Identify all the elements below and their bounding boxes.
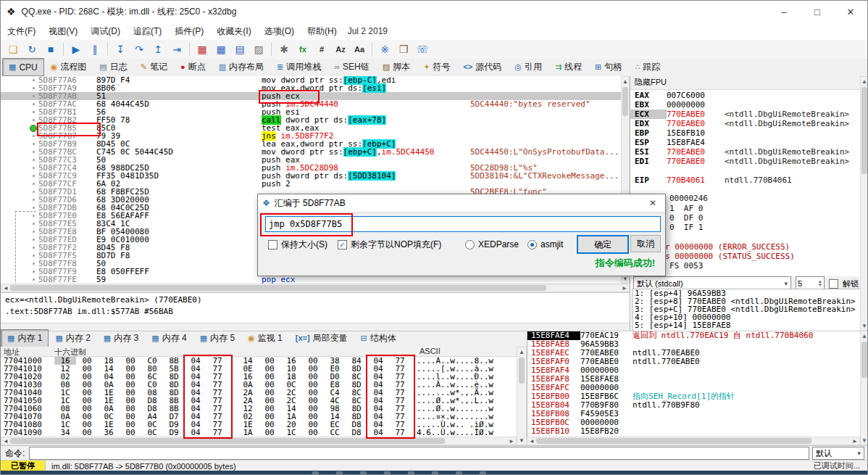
disasm-row[interactable]: 5D8F77BCC745 0C 5044C45Dmov dword ptr ss… (1, 148, 621, 156)
tab-流程图[interactable]: ◉流程图 (44, 58, 93, 76)
dump-byte[interactable]: D9 (163, 429, 185, 437)
register-row[interactable]: EBX00000000 (630, 100, 861, 110)
maximize-button[interactable]: □ (801, 1, 834, 22)
register-row[interactable]: EAX007C6000 (630, 91, 861, 100)
dump-byte[interactable]: 00 (302, 429, 324, 437)
stack-row[interactable]: 15E8FAF0770EABE0ntdll.770EABE0 (527, 358, 861, 366)
dump-byte[interactable]: CC (324, 429, 346, 437)
stack-row[interactable]: 15E8FB0C00000000 (527, 418, 861, 427)
register-row[interactable]: EBP15E8FB10 (630, 128, 861, 138)
scroll-down-icon[interactable]: ▼ (517, 436, 526, 445)
xedparse-radio[interactable] (465, 240, 475, 249)
scroll-right-icon[interactable]: ► (620, 284, 629, 292)
stack-horizontal-scrollbar[interactable]: ◄ ► (527, 437, 860, 445)
stack-row[interactable]: 15E8FAFC00000000 (527, 384, 861, 392)
run-icon[interactable]: ▶ (67, 41, 85, 58)
scroll-thumb[interactable] (861, 342, 867, 378)
scroll-up-icon[interactable]: ▲ (517, 347, 526, 356)
scroll-left-icon[interactable]: ◄ (1, 437, 10, 445)
scroll-thumb[interactable] (622, 87, 628, 116)
scroll-thumb[interactable] (536, 438, 811, 444)
tab-句柄[interactable]: ⊞句柄 (588, 58, 628, 76)
scroll-right-icon[interactable]: ► (851, 437, 859, 445)
tab-跟踪[interactable]: ∴跟踪 (628, 58, 667, 76)
bottom-tab-内存 5[interactable]: ▦内存 5 (193, 329, 241, 347)
dump-byte[interactable]: 77 (389, 429, 411, 437)
memory-dump-pane[interactable]: 地址 十六进制 ASCII 7704100016001800C08B047714… (1, 347, 517, 437)
menu-item-收藏夹(I)[interactable]: 收藏夹(I) (210, 23, 257, 40)
scroll-thumb[interactable] (861, 87, 867, 174)
register-row[interactable]: EDX770EABE0<ntdll.DbgUiRemoteBreakin> (630, 119, 861, 128)
scroll-left-icon[interactable]: ◄ (1, 284, 10, 292)
register-row[interactable]: ESI770EABE0<ntdll.DbgUiRemoteBreakin> (630, 147, 861, 157)
scroll-down-icon[interactable]: ▼ (861, 321, 868, 330)
minimize-button[interactable]: – (767, 1, 801, 22)
memory-map-icon[interactable]: ▦ (212, 41, 230, 58)
asmjit-radio[interactable] (527, 240, 537, 249)
xedparse-option[interactable]: XEDParse (465, 236, 519, 252)
dump-byte[interactable]: 34 (54, 429, 76, 437)
command-input[interactable] (29, 447, 809, 460)
command-profile-select[interactable]: 默认 ▾ (812, 447, 864, 460)
scroll-up-icon[interactable]: ▲ (622, 77, 629, 86)
stack-pane[interactable]: 15E8FAE4770EAC19返回到 ntdll.770EAC19 自 ntd… (527, 331, 861, 437)
register-row[interactable]: EIP770B4061ntdll.770B4061 (630, 175, 861, 185)
asmjit-option[interactable]: asmjit (527, 236, 563, 252)
stack-row[interactable]: 15E8FAF815E8FAE8 (527, 375, 861, 384)
close-button[interactable]: ✕ (834, 1, 867, 22)
tab-脚本[interactable]: ▨脚本 (376, 58, 417, 76)
bottom-tab-内存 4[interactable]: ▦内存 4 (145, 329, 193, 347)
stack-row[interactable]: 15E8FB08F45905E3 (527, 410, 861, 418)
restart-icon[interactable]: ↻ (22, 41, 41, 58)
disasm-row[interactable]: 5D8F77A98B06mov eax,dword ptr ds:[esi] (1, 84, 621, 92)
stack-row[interactable]: 15E8FAEC770EABE0ntdll.770EABE0 (527, 349, 861, 358)
tab-SEH链[interactable]: ∞SEH链 (327, 58, 376, 76)
tab-内存布局[interactable]: ▥内存布局 (212, 58, 270, 76)
scroll-thumb[interactable] (519, 358, 525, 384)
step-over-icon[interactable]: ↷ (130, 41, 149, 58)
disassembly-horizontal-scrollbar[interactable]: ◄ ► (1, 284, 630, 292)
stack-row[interactable]: 15E8FB1015E8FB20 (527, 427, 861, 436)
scroll-up-icon[interactable]: ▲ (861, 331, 868, 340)
menu-item-追踪(T)[interactable]: 追踪(T) (127, 23, 168, 40)
bottom-tab-结构体[interactable]: ⊟结构体 (354, 329, 403, 347)
bottom-tab-内存 3[interactable]: ▦内存 3 (97, 329, 145, 347)
step-out-icon[interactable]: ↥ (149, 41, 167, 58)
tab-CPU[interactable]: ▦CPU (2, 58, 44, 76)
dump-byte[interactable]: 1A (237, 429, 259, 437)
stack-row[interactable]: 15E8FAF400000000 (527, 366, 861, 375)
stack-row[interactable]: 15E8FAE896A59BB3 (527, 340, 861, 349)
dump-byte[interactable]: 00 (259, 429, 280, 437)
phone-icon[interactable]: ☏ (413, 41, 432, 58)
dump-byte[interactable]: D8 (346, 429, 367, 437)
stack-row[interactable]: 15E8FB0015E8FB6C指向SEH_Record[1]的指针 (527, 392, 861, 401)
tab-日志[interactable]: ▤日志 (93, 58, 133, 76)
stack-row[interactable]: 15E8FAE4770EAC19返回到 ntdll.770EAC19 自 ntd… (527, 331, 861, 340)
bottom-tab-内存 2[interactable]: ▦内存 2 (49, 329, 96, 347)
bottom-tab-监视 1[interactable]: ◉监视 1 (241, 329, 289, 347)
nop-fill-option[interactable]: ✓ 剩余字节以NOP填充(F) (338, 236, 441, 252)
patches-icon[interactable]: ▦ (193, 41, 212, 58)
dump-byte[interactable]: 00 (120, 429, 141, 437)
disasm-row[interactable]: 5D8F77CF6A 02push 2 (1, 180, 621, 188)
register-row[interactable] (630, 166, 861, 175)
hide-fpu-toggle[interactable]: 隐藏FPU (630, 76, 868, 90)
assemble-instruction-input[interactable] (265, 216, 661, 232)
pause-icon[interactable]: ∥ (85, 41, 104, 58)
scroll-right-icon[interactable]: ► (507, 437, 516, 445)
register-row[interactable]: ECX770EABE0<ntdll.DbgUiRemoteBreakin> (630, 110, 861, 119)
disasm-row[interactable]: 5D8F77C9FF35 0481D35Dpush dword ptr ds:[… (1, 172, 621, 180)
bottom-tab-局部变量[interactable]: [x=]局部变量 (289, 329, 354, 347)
scroll-down-icon[interactable]: ▼ (861, 436, 868, 445)
register-row[interactable]: EDI770EABE0<ntdll.DbgUiRemoteBreakin> (630, 157, 861, 166)
menu-item-视图(V)[interactable]: 视图(V) (42, 23, 84, 40)
hash-icon[interactable]: # (312, 41, 331, 58)
dump-byte[interactable]: 04 (185, 429, 206, 437)
menu-item-调试(D)[interactable]: 调试(D) (84, 23, 127, 40)
dump-byte[interactable]: 04 (367, 429, 389, 437)
fx-icon[interactable]: fx (293, 41, 312, 58)
call-stack-icon[interactable]: ▤ (230, 41, 249, 58)
dump-byte[interactable]: 77 (206, 429, 228, 437)
disasm-row[interactable]: 5D8F77AC68 4044C45Dpush im.5DC444405DC44… (1, 100, 621, 108)
step-into-icon[interactable]: ↧ (111, 41, 130, 58)
